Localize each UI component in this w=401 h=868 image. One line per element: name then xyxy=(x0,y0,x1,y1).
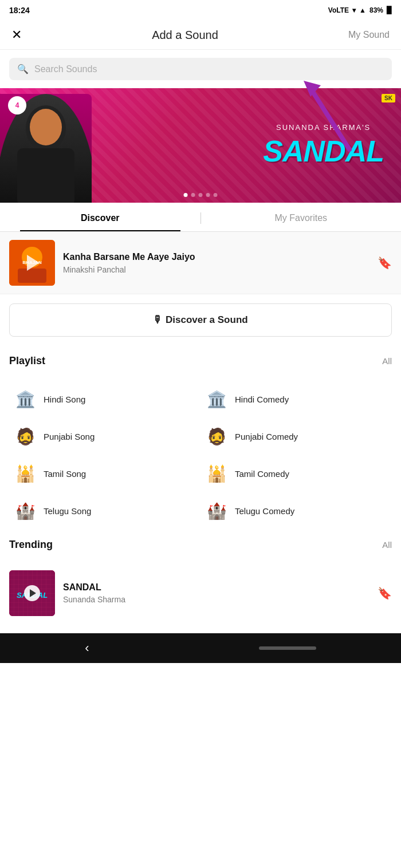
punjabi-comedy-label: Punjabi Comedy xyxy=(235,432,298,441)
search-bar[interactable]: 🔍 Search Sounds xyxy=(9,58,392,80)
play-icon xyxy=(27,255,40,271)
trending-section-title: Trending xyxy=(9,539,53,551)
top-nav: ✕ Add a Sound My Sound xyxy=(0,21,401,50)
close-button[interactable]: ✕ xyxy=(11,27,22,42)
telugu-song-label: Telugu Song xyxy=(44,506,91,516)
discover-sound-button[interactable]: 🎙 Discover a Sound xyxy=(9,303,392,337)
telugu-comedy-label: Telugu Comedy xyxy=(235,506,294,516)
status-signal: VoLTE xyxy=(328,6,349,14)
banner-text: SUNANDA SHARMA'S SANDAL xyxy=(263,123,384,168)
tamil-comedy-icon: 🕌 xyxy=(205,464,228,483)
svg-point-4 xyxy=(30,109,62,145)
tamil-song-icon: 🕌 xyxy=(14,464,37,483)
playlist-item-telugu-song[interactable]: 🏰 Telugu Song xyxy=(9,492,200,530)
telugu-song-icon: 🏰 xyxy=(14,502,37,520)
banner-logo: SK xyxy=(382,94,395,102)
banner-dot-4 xyxy=(206,193,210,197)
hindi-song-label: Hindi Song xyxy=(44,394,85,404)
banner-dot-5 xyxy=(214,193,218,197)
trending-all-link[interactable]: All xyxy=(382,540,392,550)
trending-item-sandal: SANDAL SANDAL Sunanda Sharma 🔖 xyxy=(0,565,401,622)
playlist-item-punjabi-comedy[interactable]: 🧔 Punjabi Comedy xyxy=(200,418,392,455)
punjabi-song-label: Punjabi Song xyxy=(44,432,95,441)
tab-my-favorites[interactable]: My Favorites xyxy=(201,205,402,231)
bottom-nav: ‹ xyxy=(0,633,401,663)
playlist-all-link[interactable]: All xyxy=(382,356,392,366)
playlist-section-title: Playlist xyxy=(9,355,45,367)
tab-discover[interactable]: Discover xyxy=(0,205,200,231)
banner-dots xyxy=(184,193,218,197)
punjabi-song-icon: 🧔 xyxy=(14,427,37,446)
status-bar: 18:24 VoLTE ▾ ▲ 83% ▉ xyxy=(0,0,401,21)
trending-section: Trending All xyxy=(0,530,401,565)
playlist-item-telugu-comedy[interactable]: 🏰 Telugu Comedy xyxy=(200,492,392,530)
punjabi-comedy-icon: 🧔 xyxy=(205,427,228,446)
trending-track-info: SANDAL Sunanda Sharma xyxy=(63,582,369,604)
banner-badge: 4 xyxy=(8,96,26,115)
promo-banner: 4 SUNANDA SHARMA'S SANDAL SK xyxy=(0,88,401,203)
playlist-item-hindi-song[interactable]: 🏛️ Hindi Song xyxy=(9,381,200,418)
featured-track: BHAJAN Kanha Barsane Me Aaye Jaiyo Minak… xyxy=(0,232,401,294)
battery-icon: ▉ xyxy=(387,6,392,14)
status-right: VoLTE ▾ ▲ 83% ▉ xyxy=(328,6,392,14)
banner-subtitle: SUNANDA SHARMA'S xyxy=(263,123,384,132)
trending-bookmark-button[interactable]: 🔖 xyxy=(378,586,392,600)
banner-dot-3 xyxy=(199,193,203,197)
my-sound-link[interactable]: My Sound xyxy=(348,30,390,40)
home-indicator[interactable] xyxy=(259,646,316,650)
play-button[interactable] xyxy=(24,585,40,601)
battery-percent: 83% xyxy=(369,6,383,14)
search-icon: 🔍 xyxy=(17,64,29,74)
tamil-song-label: Tamil Song xyxy=(44,469,86,479)
page-title: Add a Sound xyxy=(152,29,218,42)
playlist-item-tamil-song[interactable]: 🕌 Tamil Song xyxy=(9,455,200,492)
svg-rect-3 xyxy=(17,148,74,203)
status-time: 18:24 xyxy=(9,6,30,15)
tamil-comedy-label: Tamil Comedy xyxy=(235,469,289,479)
track-thumbnail: BHAJAN xyxy=(9,240,55,286)
trending-section-header: Trending All xyxy=(9,539,392,551)
playlist-section: Playlist All xyxy=(0,346,401,381)
track-title: Kanha Barsane Me Aaye Jaiyo xyxy=(63,252,369,262)
playlist-item-punjabi-song[interactable]: 🧔 Punjabi Song xyxy=(9,418,200,455)
tabs-container: Discover My Favorites xyxy=(0,205,401,232)
hindi-comedy-label: Hindi Comedy xyxy=(235,394,289,404)
trending-track-artist: Sunanda Sharma xyxy=(63,595,369,604)
hindi-song-icon: 🏛️ xyxy=(14,390,37,409)
playlist-section-header: Playlist All xyxy=(9,355,392,367)
playlist-item-tamil-comedy[interactable]: 🕌 Tamil Comedy xyxy=(200,455,392,492)
telugu-comedy-icon: 🏰 xyxy=(205,502,228,520)
trending-track-title: SANDAL xyxy=(63,582,369,593)
bookmark-button[interactable]: 🔖 xyxy=(378,256,392,270)
hindi-comedy-icon: 🏛️ xyxy=(205,390,228,409)
signal-icon: ▲ xyxy=(359,6,366,14)
back-button[interactable]: ‹ xyxy=(85,641,89,656)
search-placeholder: Search Sounds xyxy=(34,64,97,74)
banner-dot-1 xyxy=(184,193,188,197)
playlist-grid: 🏛️ Hindi Song 🏛️ Hindi Comedy 🧔 Punjabi … xyxy=(0,381,401,530)
banner-main-title: SANDAL xyxy=(263,134,384,168)
track-artist: Minakshi Panchal xyxy=(63,265,369,274)
playlist-item-hindi-comedy[interactable]: 🏛️ Hindi Comedy xyxy=(200,381,392,418)
banner-dot-2 xyxy=(191,193,195,197)
wifi-icon: ▾ xyxy=(352,6,356,14)
trending-thumbnail: SANDAL xyxy=(9,570,55,616)
track-info: Kanha Barsane Me Aaye Jaiyo Minakshi Pan… xyxy=(63,252,369,274)
